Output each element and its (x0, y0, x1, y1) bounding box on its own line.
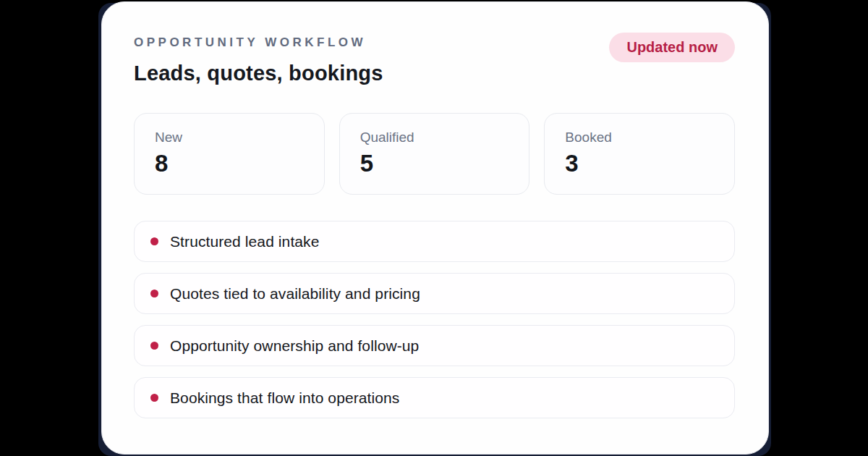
page-title: Leads, quotes, bookings (134, 62, 383, 85)
list-item: Bookings that flow into operations (134, 377, 735, 418)
stat-label: Booked (565, 130, 714, 145)
feature-label: Opportunity ownership and follow-up (170, 337, 419, 355)
stat-value: 3 (565, 150, 714, 177)
card-header: OPPORTUNITY WORKFLOW Leads, quotes, book… (134, 35, 735, 85)
stat-card-booked: Booked 3 (544, 113, 735, 195)
stat-value: 5 (360, 150, 509, 177)
header-text-block: OPPORTUNITY WORKFLOW Leads, quotes, book… (134, 35, 383, 85)
bullet-dot-icon (150, 237, 158, 245)
feature-list: Structured lead intake Quotes tied to av… (134, 221, 735, 418)
feature-label: Structured lead intake (170, 233, 320, 250)
updated-badge: Updated now (609, 33, 735, 62)
stat-card-new: New 8 (134, 113, 325, 195)
stat-card-qualified: Qualified 5 (339, 113, 530, 195)
stat-label: Qualified (360, 130, 509, 145)
list-item: Opportunity ownership and follow-up (134, 325, 735, 366)
feature-label: Bookings that flow into operations (170, 389, 399, 407)
list-item: Structured lead intake (134, 221, 735, 262)
bullet-dot-icon (150, 394, 158, 402)
workflow-card: OPPORTUNITY WORKFLOW Leads, quotes, book… (101, 1, 769, 455)
stat-value: 8 (155, 150, 304, 177)
stats-row: New 8 Qualified 5 Booked 3 (134, 113, 735, 195)
bullet-dot-icon (150, 290, 158, 297)
stat-label: New (155, 130, 304, 145)
bullet-dot-icon (150, 342, 158, 350)
page-background: { "page": { "background_color": "#000000… (0, 0, 868, 456)
list-item: Quotes tied to availability and pricing (134, 273, 735, 314)
feature-label: Quotes tied to availability and pricing (170, 285, 420, 303)
eyebrow-label: OPPORTUNITY WORKFLOW (134, 35, 383, 50)
